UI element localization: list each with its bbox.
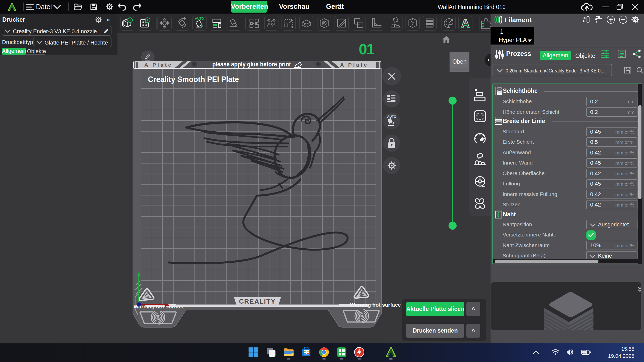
svg-text:A Plate: A Plate	[340, 62, 368, 68]
svg-text:please apply glue before print: please apply glue before print	[212, 60, 291, 68]
svg-text:AUTO: AUTO	[387, 115, 396, 118]
svg-text:A: A	[461, 17, 469, 29]
svg-text:Warning hot surface: Warning hot surface	[350, 302, 401, 308]
svg-text:A Plate: A Plate	[144, 62, 173, 68]
svg-text:Creality Smooth PEI Plate: Creality Smooth PEI Plate	[148, 75, 239, 84]
svg-text:CREALITY: CREALITY	[239, 298, 276, 305]
svg-text:AUTO: AUTO	[195, 17, 204, 20]
